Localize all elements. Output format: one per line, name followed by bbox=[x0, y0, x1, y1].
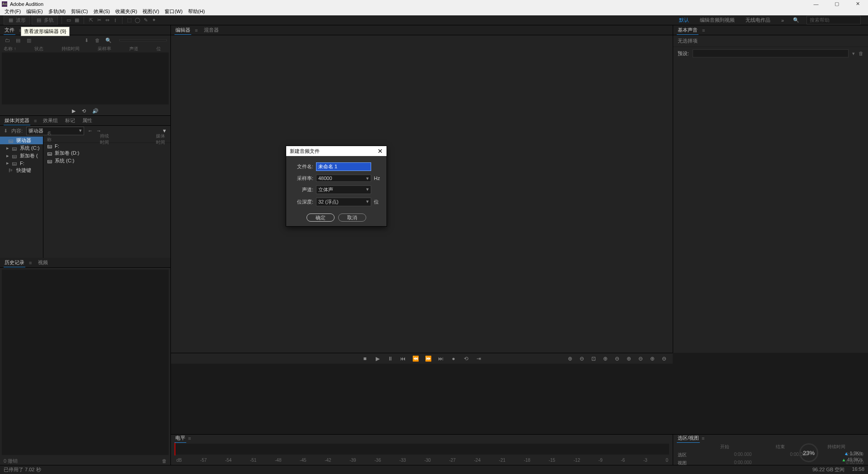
search-icon[interactable]: 🔍 bbox=[105, 38, 112, 43]
content-dropdown[interactable]: 驱动器 bbox=[26, 127, 84, 135]
history-tab[interactable]: 历史记录 bbox=[4, 258, 25, 267]
go-to-start-button[interactable]: ⏮ bbox=[399, 356, 407, 362]
expand-icon[interactable]: ▸ bbox=[6, 153, 10, 159]
move-tool-icon[interactable]: ⇱ bbox=[88, 17, 94, 24]
time-select-icon[interactable]: I bbox=[112, 17, 118, 24]
zoom-sel-in-icon[interactable]: ⊕ bbox=[625, 356, 633, 362]
go-to-end-button[interactable]: ⏭ bbox=[437, 356, 445, 362]
channels-dropdown[interactable]: 立体声 bbox=[316, 185, 371, 194]
tree-drive-c[interactable]: ▸🖴系统 (C:) bbox=[0, 144, 43, 152]
zoom-out-amp-icon[interactable]: ⊖ bbox=[613, 356, 621, 362]
bitdepth-dropdown[interactable]: 32 (浮点) bbox=[316, 198, 371, 206]
menu-window[interactable]: 窗口(W) bbox=[162, 8, 185, 15]
hud-icon[interactable]: ▭ bbox=[66, 17, 72, 24]
editor-tab[interactable]: 编辑器 bbox=[175, 26, 191, 35]
loop-button[interactable]: ⟲ bbox=[462, 356, 470, 362]
trash-icon[interactable]: 🗑 bbox=[94, 38, 101, 43]
markers-tab[interactable]: 标记 bbox=[64, 116, 76, 125]
preset-dropdown[interactable] bbox=[693, 49, 849, 57]
effects-rack-tab[interactable]: 效果组 bbox=[42, 116, 59, 125]
zoom-out-point-icon[interactable]: ⊖ bbox=[660, 356, 668, 362]
menu-multitrack[interactable]: 多轨(M) bbox=[46, 8, 69, 15]
list-item[interactable]: 🖴新加卷 (D:) bbox=[43, 149, 170, 157]
panel-menu-icon[interactable]: ≡ bbox=[702, 436, 704, 441]
panel-menu-icon[interactable]: ≡ bbox=[195, 28, 198, 33]
waveform-view-button[interactable]: ▦波形 bbox=[4, 15, 30, 25]
files-tab[interactable]: 文件 bbox=[4, 26, 15, 35]
samplerate-dropdown[interactable]: 48000 bbox=[316, 175, 371, 182]
files-search-input[interactable] bbox=[119, 39, 167, 41]
col-duration[interactable]: 持续时间 bbox=[100, 133, 111, 146]
rewind-button[interactable]: ⏪ bbox=[411, 356, 420, 362]
tree-drives[interactable]: 🖴驱动器 bbox=[0, 137, 43, 144]
trash-icon[interactable]: 🗑 bbox=[162, 458, 167, 464]
tree-drive-f[interactable]: ▸🖴F: bbox=[0, 160, 43, 166]
workspace-default[interactable]: 默认 bbox=[677, 17, 691, 24]
help-search-input[interactable]: 搜索帮助 bbox=[807, 16, 861, 24]
col-samplerate[interactable]: 采样率 bbox=[98, 46, 111, 52]
minimize-button[interactable]: — bbox=[806, 0, 826, 8]
waveform-small-icon[interactable]: ▥ bbox=[25, 38, 33, 43]
tree-shortcuts[interactable]: 🏳快捷键 bbox=[0, 166, 43, 174]
close-button[interactable]: ✕ bbox=[847, 0, 868, 8]
waveform-editor[interactable] bbox=[171, 35, 673, 353]
properties-tab[interactable]: 属性 bbox=[81, 116, 93, 125]
marquee-icon[interactable]: ⬚ bbox=[126, 17, 132, 24]
zoom-in-amp-icon[interactable]: ⊕ bbox=[601, 356, 609, 362]
spot-heal-icon[interactable]: ✦ bbox=[151, 17, 157, 24]
media-browser-tab[interactable]: 媒体浏览器 bbox=[4, 116, 30, 125]
col-mediatime[interactable]: 媒体时间 bbox=[156, 133, 167, 146]
preset-menu-icon[interactable]: ▾ bbox=[852, 51, 855, 57]
zoom-in-point-icon[interactable]: ⊕ bbox=[648, 356, 656, 362]
col-status[interactable]: 状态 bbox=[34, 46, 43, 52]
open-file-icon[interactable]: 🗀 bbox=[4, 38, 11, 43]
slip-tool-icon[interactable]: ⇔ bbox=[104, 17, 110, 24]
import-icon[interactable]: ⬇ bbox=[83, 38, 90, 43]
history-list[interactable] bbox=[2, 270, 169, 455]
files-list[interactable] bbox=[2, 52, 169, 104]
lasso-icon[interactable]: ◯ bbox=[134, 17, 141, 24]
levels-tab[interactable]: 电平 bbox=[175, 434, 186, 443]
maximize-button[interactable]: ▢ bbox=[826, 0, 847, 8]
panel-menu-icon[interactable]: ≡ bbox=[188, 436, 191, 441]
record-icon[interactable]: ▤ bbox=[14, 38, 22, 43]
preset-delete-icon[interactable]: 🗑 bbox=[859, 51, 863, 56]
video-tab[interactable]: 视频 bbox=[37, 258, 49, 267]
ok-button[interactable]: 确定 bbox=[307, 213, 335, 222]
menu-help[interactable]: 帮助(H) bbox=[185, 8, 208, 15]
list-item[interactable]: 🖴系统 (C:) bbox=[43, 157, 170, 165]
brush-icon[interactable]: ✎ bbox=[142, 17, 149, 24]
workspace-radio[interactable]: 无线电作品 bbox=[744, 17, 772, 24]
stop-button[interactable]: ■ bbox=[361, 356, 369, 362]
tree-drive-d[interactable]: ▸🖴新加卷 ( bbox=[0, 152, 43, 160]
dialog-title-bar[interactable]: 新建音频文件 ✕ bbox=[286, 146, 387, 156]
zoom-in-time-icon[interactable]: ⊕ bbox=[566, 356, 574, 362]
shortcut-icon[interactable]: ⬇ bbox=[4, 128, 8, 134]
menu-view[interactable]: 视图(V) bbox=[140, 8, 162, 15]
dialog-close-button[interactable]: ✕ bbox=[377, 147, 383, 155]
razor-tool-icon[interactable]: ✂ bbox=[96, 17, 102, 24]
multitrack-view-button[interactable]: ▤多轨 bbox=[32, 15, 58, 25]
zoom-out-time-icon[interactable]: ⊖ bbox=[578, 356, 586, 362]
expand-icon[interactable]: ▸ bbox=[6, 145, 10, 151]
menu-clip[interactable]: 剪辑(C) bbox=[68, 8, 90, 15]
selection-view-tab[interactable]: 选区/视图 bbox=[677, 434, 700, 443]
workspace-more[interactable]: » bbox=[779, 18, 786, 23]
autoplay-icon[interactable]: 🔊 bbox=[92, 108, 99, 114]
menu-effects[interactable]: 效果(S) bbox=[91, 8, 113, 15]
menu-edit[interactable]: 编辑(E) bbox=[24, 8, 46, 15]
expand-icon[interactable]: ▸ bbox=[6, 160, 10, 166]
record-button[interactable]: ● bbox=[449, 356, 458, 362]
loop-icon[interactable]: ⟲ bbox=[82, 108, 86, 114]
col-channels[interactable]: 声道 bbox=[129, 46, 138, 52]
selection-start[interactable]: 0:00.000 bbox=[698, 452, 752, 458]
col-duration[interactable]: 持续时间 bbox=[61, 46, 80, 52]
pause-button[interactable]: ⏸ bbox=[386, 356, 394, 362]
col-bits[interactable]: 位 bbox=[156, 46, 161, 52]
panel-menu-icon[interactable]: ≡ bbox=[702, 28, 705, 33]
play-icon[interactable]: ▶ bbox=[72, 108, 75, 114]
zoom-reset-icon[interactable]: ⊡ bbox=[590, 356, 598, 362]
fast-forward-button[interactable]: ⏩ bbox=[424, 356, 432, 362]
panel-menu-icon[interactable]: ≡ bbox=[29, 260, 32, 265]
spectral-icon[interactable]: ▦ bbox=[74, 17, 80, 24]
